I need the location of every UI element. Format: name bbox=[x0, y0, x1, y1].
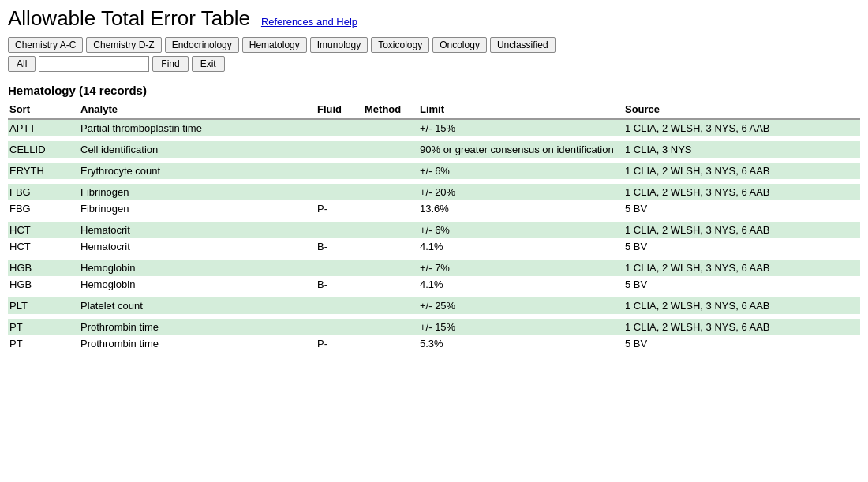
table-row: PTProthrombin time+/- 15%1 CLIA, 2 WLSH,… bbox=[8, 319, 860, 335]
cell-source: 1 CLIA, 2 WLSH, 3 NYS, 6 AAB bbox=[623, 222, 860, 238]
exit-button[interactable]: Exit bbox=[192, 56, 225, 72]
cell-limit: +/- 20% bbox=[418, 184, 623, 200]
find-button[interactable]: Find bbox=[152, 56, 188, 72]
cell-analyte: Prothrombin time bbox=[79, 335, 316, 352]
cell-limit: +/- 6% bbox=[418, 222, 623, 238]
cell-method bbox=[363, 319, 418, 335]
cell-method bbox=[363, 184, 418, 200]
col-header-sort: Sort bbox=[8, 100, 79, 119]
cell-limit: +/- 25% bbox=[418, 297, 623, 314]
cell-limit: 90% or greater consensus on identificati… bbox=[418, 141, 623, 158]
cell-analyte: Hematocrit bbox=[79, 222, 316, 238]
cell-source: 1 CLIA, 2 WLSH, 3 NYS, 6 AAB bbox=[623, 260, 860, 276]
cell-source: 1 CLIA, 2 WLSH, 3 NYS, 6 AAB bbox=[623, 319, 860, 335]
cell-fluid bbox=[316, 222, 363, 238]
table-row: HGBHemoglobin+/- 7%1 CLIA, 2 WLSH, 3 NYS… bbox=[8, 260, 860, 276]
cell-source: 5 BV bbox=[623, 335, 860, 352]
cell-analyte: Erythrocyte count bbox=[79, 163, 316, 179]
table-row: HCTHematocrit+/- 6%1 CLIA, 2 WLSH, 3 NYS… bbox=[8, 222, 860, 238]
cell-source: 1 CLIA, 2 WLSH, 3 NYS, 6 AAB bbox=[623, 163, 860, 179]
col-header-source: Source bbox=[623, 100, 860, 119]
cell-analyte: Hematocrit bbox=[79, 238, 316, 255]
table-row: HCTHematocritB-4.1%5 BV bbox=[8, 238, 860, 255]
table-row: PLTPlatelet count+/- 25%1 CLIA, 2 WLSH, … bbox=[8, 297, 860, 314]
table-row: ERYTHErythrocyte count+/- 6%1 CLIA, 2 WL… bbox=[8, 163, 860, 179]
cell-limit: 4.1% bbox=[418, 238, 623, 255]
cell-sort: FBG bbox=[8, 184, 79, 200]
header-area: Allowable Total Error Table References a… bbox=[0, 0, 868, 34]
cell-method bbox=[363, 297, 418, 314]
cell-fluid bbox=[316, 163, 363, 179]
table-container: Sort Analyte Fluid Method Limit Source A… bbox=[0, 100, 868, 352]
table-row: APTTPartial thromboplastin time+/- 15%1 … bbox=[8, 119, 860, 136]
cell-sort: APTT bbox=[8, 119, 79, 136]
col-header-analyte: Analyte bbox=[79, 100, 316, 119]
cell-limit: +/- 7% bbox=[418, 260, 623, 276]
cell-method bbox=[363, 163, 418, 179]
cell-analyte: Hemoglobin bbox=[79, 260, 316, 276]
cell-analyte: Prothrombin time bbox=[79, 319, 316, 335]
cell-fluid bbox=[316, 260, 363, 276]
cell-limit: +/- 15% bbox=[418, 319, 623, 335]
section-title: Hematology (14 records) bbox=[0, 77, 868, 100]
cell-fluid bbox=[316, 297, 363, 314]
cell-fluid: P- bbox=[316, 335, 363, 352]
table-row: FBGFibrinogen+/- 20%1 CLIA, 2 WLSH, 3 NY… bbox=[8, 184, 860, 200]
cell-fluid: B- bbox=[316, 276, 363, 293]
search-bar: All Find Exit bbox=[0, 54, 868, 77]
tab-btn-chemistry-d-z[interactable]: Chemistry D-Z bbox=[86, 37, 161, 53]
cell-limit: 13.6% bbox=[418, 200, 623, 217]
cell-limit: 5.3% bbox=[418, 335, 623, 352]
cell-analyte: Hemoglobin bbox=[79, 276, 316, 293]
tab-btn-oncology[interactable]: Oncology bbox=[432, 37, 487, 53]
cell-limit: +/- 6% bbox=[418, 163, 623, 179]
cell-source: 5 BV bbox=[623, 276, 860, 293]
cell-method bbox=[363, 200, 418, 217]
references-link[interactable]: References and Help bbox=[261, 16, 357, 28]
tab-btn-chemistry-a-c[interactable]: Chemistry A-C bbox=[8, 37, 83, 53]
data-table: Sort Analyte Fluid Method Limit Source A… bbox=[8, 100, 860, 352]
cell-sort: FBG bbox=[8, 200, 79, 217]
cell-method bbox=[363, 238, 418, 255]
cell-limit: 4.1% bbox=[418, 276, 623, 293]
table-row: PTProthrombin timeP-5.3%5 BV bbox=[8, 335, 860, 352]
cell-fluid bbox=[316, 319, 363, 335]
cell-analyte: Fibrinogen bbox=[79, 184, 316, 200]
cell-sort: ERYTH bbox=[8, 163, 79, 179]
cell-analyte: Cell identification bbox=[79, 141, 316, 158]
cell-method bbox=[363, 222, 418, 238]
all-button[interactable]: All bbox=[8, 56, 36, 72]
cell-source: 1 CLIA, 3 NYS bbox=[623, 141, 860, 158]
col-header-limit: Limit bbox=[418, 100, 623, 119]
cell-source: 1 CLIA, 2 WLSH, 3 NYS, 6 AAB bbox=[623, 184, 860, 200]
cell-fluid: B- bbox=[316, 238, 363, 255]
table-row: HGBHemoglobinB-4.1%5 BV bbox=[8, 276, 860, 293]
cell-sort: HCT bbox=[8, 238, 79, 255]
tab-btn-endocrinology[interactable]: Endocrinology bbox=[165, 37, 239, 53]
cell-sort: PT bbox=[8, 319, 79, 335]
tab-btn-unclassified[interactable]: Unclassified bbox=[490, 37, 556, 53]
cell-fluid: P- bbox=[316, 200, 363, 217]
cell-source: 1 CLIA, 2 WLSH, 3 NYS, 6 AAB bbox=[623, 297, 860, 314]
cell-analyte: Platelet count bbox=[79, 297, 316, 314]
table-row: CELLIDCell identification90% or greater … bbox=[8, 141, 860, 158]
tab-btn-imunology[interactable]: Imunology bbox=[310, 37, 368, 53]
cell-sort: CELLID bbox=[8, 141, 79, 158]
tab-btn-hematology[interactable]: Hematology bbox=[242, 37, 307, 53]
cell-sort: HGB bbox=[8, 260, 79, 276]
col-header-fluid: Fluid bbox=[316, 100, 363, 119]
cell-method bbox=[363, 141, 418, 158]
table-row: FBGFibrinogenP-13.6%5 BV bbox=[8, 200, 860, 217]
cell-fluid bbox=[316, 141, 363, 158]
cell-fluid bbox=[316, 119, 363, 136]
tab-bar: Chemistry A-CChemistry D-ZEndocrinologyH… bbox=[0, 34, 868, 54]
tab-btn-toxicology[interactable]: Toxicology bbox=[371, 37, 429, 53]
cell-method bbox=[363, 119, 418, 136]
col-header-method: Method bbox=[363, 100, 418, 119]
cell-analyte: Fibrinogen bbox=[79, 200, 316, 217]
cell-method bbox=[363, 335, 418, 352]
cell-source: 5 BV bbox=[623, 200, 860, 217]
cell-sort: HGB bbox=[8, 276, 79, 293]
search-input[interactable] bbox=[39, 56, 149, 72]
cell-method bbox=[363, 260, 418, 276]
